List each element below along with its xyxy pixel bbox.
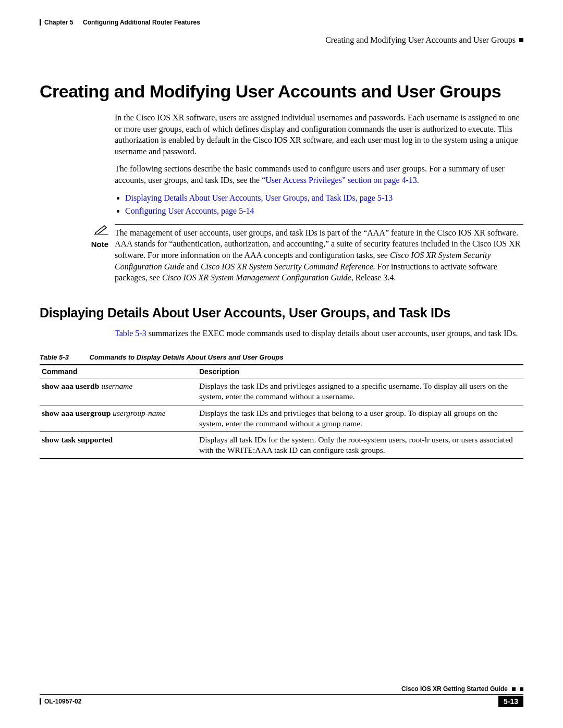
footer-bottom: OL-10957-02 5-13: [40, 696, 523, 707]
sub-intro: Table 5-3 summarizes the EXEC mode comma…: [115, 328, 523, 339]
footer-left: OL-10957-02: [40, 698, 81, 705]
description-cell: Displays the task IDs and privileges tha…: [197, 405, 523, 431]
description-cell: Displays all task IDs for the system. On…: [197, 431, 523, 459]
page-footer: Cisco IOS XR Getting Started Guide OL-10…: [40, 685, 523, 707]
table-number: Table 5-3: [40, 353, 69, 361]
footer-guide-line: Cisco IOS XR Getting Started Guide: [40, 685, 523, 693]
col-command: Command: [40, 365, 197, 378]
document-page: Chapter 5 Configuring Additional Router …: [0, 0, 563, 728]
command-cell: show task supported: [40, 431, 197, 459]
guide-name: Cisco IOS XR Getting Started Guide: [401, 685, 508, 693]
table-5-3-link[interactable]: Table 5-3: [115, 329, 146, 338]
header-square-icon: [519, 38, 523, 42]
table-caption: Table 5-3 Commands to Display Details Ab…: [40, 353, 523, 361]
displaying-details-link[interactable]: Displaying Details About User Accounts, …: [125, 193, 393, 202]
command-cell: show aaa usergroup usergroup-name: [40, 405, 197, 431]
chapter-label: Chapter 5: [44, 19, 73, 26]
header-right: Creating and Modifying User Accounts and…: [40, 35, 523, 45]
note-text: The management of user accounts, user gr…: [115, 224, 523, 283]
sub-intro-paragraph: Table 5-3 summarizes the EXEC mode comma…: [115, 328, 523, 339]
intro-paragraph-1: In the Cisco IOS XR software, users are …: [115, 112, 523, 157]
header-rule-icon: [40, 19, 41, 26]
note-icon-column: Note: [40, 224, 115, 249]
running-header: Chapter 5 Configuring Additional Router …: [40, 19, 523, 26]
user-access-privileges-link[interactable]: “User Access Privileges” section on page…: [262, 176, 417, 184]
doc-id: OL-10957-02: [44, 698, 81, 705]
section-heading: Displaying Details About User Accounts, …: [40, 305, 523, 320]
chapter-title: Configuring Additional Router Features: [83, 19, 200, 26]
pencil-icon: [94, 224, 108, 237]
section-title: Creating and Modifying User Accounts and…: [325, 35, 516, 45]
header-left: Chapter 5 Configuring Additional Router …: [40, 19, 200, 26]
footer-rule: [40, 694, 523, 695]
footer-square-icon: [512, 687, 516, 691]
intro-block: In the Cisco IOS XR software, users are …: [115, 112, 523, 217]
table-title: Commands to Display Details About Users …: [90, 353, 284, 361]
note-top-rule: [115, 224, 523, 225]
table-row: show task supported Displays all task ID…: [40, 431, 523, 459]
list-item: Configuring User Accounts, page 5-14: [125, 205, 523, 217]
table-row: show aaa usergroup usergroup-name Displa…: [40, 405, 523, 431]
description-cell: Displays the task IDs and privileges ass…: [197, 378, 523, 405]
list-item: Displaying Details About User Accounts, …: [125, 192, 523, 204]
intro-paragraph-2: The following sections describe the basi…: [115, 163, 523, 186]
table-header-row: Command Description: [40, 365, 523, 378]
table-row: show aaa userdb username Displays the ta…: [40, 378, 523, 405]
page-number: 5-13: [498, 696, 523, 707]
configuring-user-accounts-link[interactable]: Configuring User Accounts, page 5-14: [125, 206, 254, 215]
page-title: Creating and Modifying User Accounts and…: [40, 81, 523, 102]
toc-bullets: Displaying Details About User Accounts, …: [115, 192, 523, 217]
note-block: Note The management of user accounts, us…: [40, 224, 523, 283]
footer-bar-icon: [40, 698, 41, 705]
note-label: Note: [40, 240, 108, 249]
command-cell: show aaa userdb username: [40, 378, 197, 405]
col-description: Description: [197, 365, 523, 378]
commands-table: Command Description show aaa userdb user…: [40, 364, 523, 459]
footer-square-icon: [520, 687, 523, 691]
